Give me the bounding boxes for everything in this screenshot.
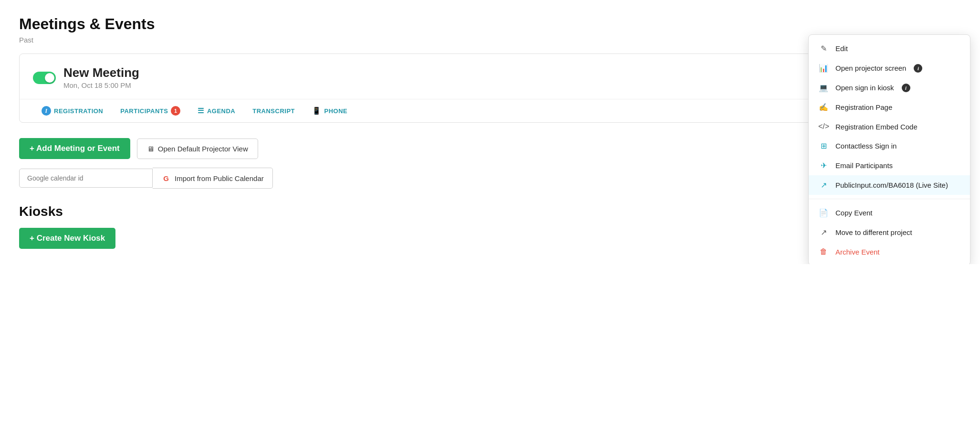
google-icon: G — [161, 173, 171, 183]
live-site-label: PublicInput.com/BA6018 (Live Site) — [835, 181, 948, 189]
tab-registration[interactable]: i REGISTRATION — [33, 99, 112, 122]
copy-icon: 📄 — [818, 208, 829, 217]
participants-badge: 1 — [171, 106, 180, 116]
agenda-icon: ☰ — [198, 107, 204, 115]
move-icon: ↗ — [818, 228, 829, 237]
kiosk-info-icon: i — [902, 84, 910, 92]
projector-screen-icon: 📊 — [818, 64, 829, 73]
dropdown-contactless-signin[interactable]: ⊞ Contactless Sign in — [809, 136, 970, 156]
open-projector-button[interactable]: 🖥 Open Default Projector View — [137, 139, 258, 159]
meeting-toggle[interactable] — [33, 72, 56, 84]
registration-page-icon: ✍ — [818, 103, 829, 112]
dropdown-archive-event[interactable]: 🗑 Archive Event — [809, 242, 970, 261]
meeting-title-row: New Meeting Mon, Oct 18 5:00 PM — [33, 65, 139, 89]
move-project-label: Move to different project — [835, 228, 912, 236]
tab-registration-label: REGISTRATION — [54, 107, 103, 115]
projector-label: Open Default Projector View — [158, 145, 248, 153]
projector-info-icon: i — [914, 64, 922, 73]
projector-icon: 🖥 — [147, 145, 154, 153]
tab-participants[interactable]: PARTICIPANTS 1 — [112, 99, 189, 122]
dropdown-move-project[interactable]: ↗ Move to different project — [809, 223, 970, 242]
archive-event-label: Archive Event — [835, 248, 880, 256]
edit-icon: ✎ — [818, 44, 829, 53]
dropdown-copy-event[interactable]: 📄 Copy Event — [809, 203, 970, 223]
registration-page-label: Registration Page — [835, 103, 892, 111]
add-meeting-label: + Add Meeting or Event — [30, 144, 120, 153]
import-label: Import from Public Calendar — [175, 174, 264, 182]
contactless-icon: ⊞ — [818, 141, 829, 150]
google-calendar-input[interactable] — [19, 169, 153, 188]
dropdown-menu: ✎ Edit 📊 Open projector screen i 💻 Open … — [808, 34, 970, 264]
import-calendar-button[interactable]: G Import from Public Calendar — [153, 168, 273, 189]
tab-agenda-label: AGENDA — [207, 107, 235, 115]
page-title: Meetings & Events — [19, 15, 961, 33]
dropdown-section-1: ✎ Edit 📊 Open projector screen i 💻 Open … — [809, 35, 970, 199]
dropdown-registration-page[interactable]: ✍ Registration Page — [809, 97, 970, 117]
add-meeting-button[interactable]: + Add Meeting or Event — [19, 138, 130, 159]
phone-icon: 📱 — [312, 107, 322, 115]
tab-agenda[interactable]: ☰ AGENDA — [189, 100, 244, 122]
dropdown-section-2: 📄 Copy Event ↗ Move to different project… — [809, 199, 970, 264]
tab-phone-label: PHONE — [324, 107, 348, 115]
tab-participants-label: PARTICIPANTS — [120, 107, 168, 115]
copy-event-label: Copy Event — [835, 209, 873, 217]
meeting-info: New Meeting Mon, Oct 18 5:00 PM — [63, 65, 139, 89]
create-kiosk-button[interactable]: + Create New Kiosk — [19, 228, 115, 249]
dropdown-live-site[interactable]: ↗ PublicInput.com/BA6018 (Live Site) — [809, 175, 970, 195]
info-icon: i — [42, 106, 51, 116]
live-site-icon: ↗ — [818, 181, 829, 190]
sign-in-kiosk-label: Open sign in kiosk — [835, 84, 894, 92]
dropdown-email-participants[interactable]: ✈ Email Participants — [809, 156, 970, 175]
archive-icon: 🗑 — [818, 247, 829, 256]
projector-screen-label: Open projector screen — [835, 64, 906, 72]
tab-phone[interactable]: 📱 PHONE — [303, 100, 356, 122]
create-kiosk-label: + Create New Kiosk — [30, 234, 105, 243]
email-icon: ✈ — [818, 161, 829, 170]
tab-transcript-label: TRANSCRIPT — [252, 107, 295, 115]
email-participants-label: Email Participants — [835, 161, 893, 170]
meeting-date: Mon, Oct 18 5:00 PM — [63, 81, 139, 89]
kiosk-icon: 💻 — [818, 83, 829, 92]
dropdown-sign-in-kiosk[interactable]: 💻 Open sign in kiosk i — [809, 78, 970, 97]
embed-code-icon: </> — [818, 122, 829, 131]
registration-embed-label: Registration Embed Code — [835, 123, 917, 131]
meeting-name: New Meeting — [63, 65, 139, 80]
dropdown-edit[interactable]: ✎ Edit — [809, 39, 970, 58]
contactless-signin-label: Contactless Sign in — [835, 142, 897, 150]
dropdown-projector-screen[interactable]: 📊 Open projector screen i — [809, 58, 970, 78]
dropdown-registration-embed[interactable]: </> Registration Embed Code — [809, 117, 970, 136]
tab-transcript[interactable]: TRANSCRIPT — [244, 101, 303, 121]
edit-label: Edit — [835, 44, 848, 53]
